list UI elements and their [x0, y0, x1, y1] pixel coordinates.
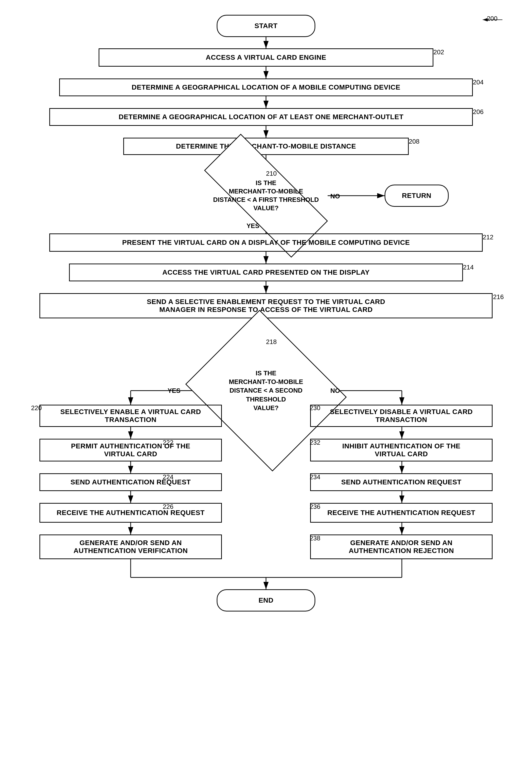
node-210-text: IS THE MERCHANT-TO-MOBILE DISTANCE < A F…: [204, 170, 328, 222]
node-228: GENERATE AND/OR SEND AN AUTHENTICATION V…: [40, 534, 222, 559]
yes-label-210: YES: [246, 222, 259, 230]
node-224: SEND AUTHENTICATION REQUEST: [40, 473, 222, 491]
node-234: SEND AUTHENTICATION REQUEST: [310, 473, 492, 491]
node-208: DETERMINE THE MERCHANT-TO-MOBILE DISTANC…: [123, 138, 409, 155]
node-220: SELECTIVELY ENABLE A VIRTUAL CARD TRANSA…: [40, 405, 222, 427]
node-232: INHIBIT AUTHENTICATION OF THE VIRTUAL CA…: [310, 439, 492, 462]
node-216: SEND A SELECTIVE ENABLEMENT REQUEST TO T…: [40, 293, 492, 318]
ref-210: 210: [266, 170, 277, 177]
node-226: RECEIVE THE AUTHENTICATION REQUEST: [40, 503, 222, 523]
no-label-210: NO: [330, 192, 340, 200]
return-node: RETURN: [385, 184, 449, 207]
node-212: PRESENT THE VIRTUAL CARD ON A DISPLAY OF…: [49, 233, 483, 252]
end-node: END: [217, 589, 315, 611]
ref-216: 216: [493, 293, 504, 301]
no-label-218: NO: [330, 387, 340, 394]
ref-218: 218: [266, 338, 277, 346]
node-206: DETERMINE A GEOGRAPHICAL LOCATION OF AT …: [49, 108, 473, 126]
node-218-text: IS THE MERCHANT-TO-MOBILE DISTANCE < A S…: [204, 338, 328, 443]
ref-214: 214: [463, 264, 474, 271]
ref-202: 202: [433, 49, 444, 56]
node-222: PERMIT AUTHENTICATION OF THE VIRTUAL CAR…: [40, 439, 222, 462]
start-node: START: [217, 15, 315, 37]
node-230: SELECTIVELY DISABLE A VIRTUAL CARD TRANS…: [310, 405, 492, 427]
ref-208: 208: [409, 138, 419, 145]
ref-204: 204: [473, 78, 484, 86]
ref-212: 212: [483, 233, 493, 241]
node-214: ACCESS THE VIRTUAL CARD PRESENTED ON THE…: [69, 264, 463, 281]
ref-206: 206: [473, 108, 484, 116]
node-204: DETERMINE A GEOGRAPHICAL LOCATION OF A M…: [59, 78, 473, 96]
node-236: RECEIVE THE AUTHENTICATION REQUEST: [310, 503, 492, 523]
node-202: ACCESS A VIRTUAL CARD ENGINE: [99, 49, 433, 66]
yes-label-218: YES: [168, 387, 180, 394]
flowchart-diagram: 200 START ACCESS A VIRTUAL CARD ENGINE 2…: [0, 0, 532, 763]
node-238: GENERATE AND/OR SEND AN AUTHENTICATION R…: [310, 534, 492, 559]
